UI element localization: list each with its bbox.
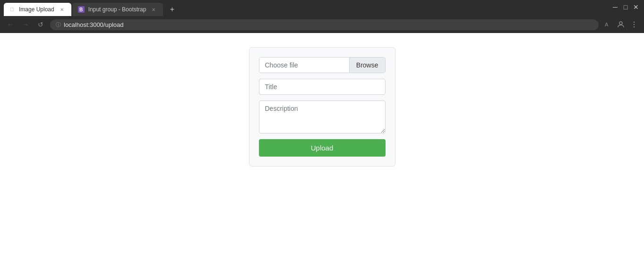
new-tab-button[interactable]: + bbox=[166, 3, 178, 16]
svg-point-2 bbox=[634, 22, 635, 23]
upload-card: Choose file Browse Upload bbox=[249, 47, 395, 167]
upload-button[interactable]: Upload bbox=[259, 139, 386, 157]
maximize-button[interactable]: □ bbox=[622, 4, 629, 10]
address-right-icons: A bbox=[602, 19, 639, 30]
file-input-group: Choose file Browse bbox=[259, 57, 386, 73]
browse-button[interactable]: Browse bbox=[349, 58, 385, 73]
tab-image-upload[interactable]: 🗋 Image Upload ✕ bbox=[4, 3, 71, 16]
back-button[interactable]: ← bbox=[5, 19, 16, 30]
file-placeholder: Choose file bbox=[259, 58, 349, 73]
window-controls: ─ □ ✕ bbox=[612, 4, 639, 10]
svg-point-1 bbox=[619, 22, 622, 25]
tab-bootstrap-label: Input group - Bootstrap bbox=[88, 6, 146, 13]
doc-icon: 🗋 bbox=[9, 6, 15, 13]
forward-button[interactable]: → bbox=[20, 19, 31, 30]
menu-icon[interactable] bbox=[629, 19, 639, 30]
svg-text:A: A bbox=[605, 22, 609, 27]
svg-point-4 bbox=[634, 26, 635, 27]
title-input[interactable] bbox=[259, 79, 386, 95]
lock-icon: ⓘ bbox=[56, 21, 61, 28]
address-bar: ← → ↺ ⓘ localhost:3000/upload A bbox=[0, 16, 644, 33]
tab-image-upload-label: Image Upload bbox=[19, 6, 54, 13]
translate-icon[interactable]: A bbox=[602, 19, 613, 30]
bootstrap-icon: B bbox=[78, 6, 85, 13]
tab-bar: 🗋 Image Upload ✕ B Input group - Bootstr… bbox=[0, 0, 644, 16]
close-button[interactable]: ✕ bbox=[633, 4, 639, 10]
account-icon[interactable] bbox=[616, 19, 626, 30]
description-textarea[interactable] bbox=[259, 100, 386, 133]
page-content: Choose file Browse Upload bbox=[0, 33, 644, 275]
url-bar[interactable]: ⓘ localhost:3000/upload bbox=[50, 19, 599, 30]
tab-image-upload-close[interactable]: ✕ bbox=[58, 6, 66, 13]
tab-bootstrap-close[interactable]: ✕ bbox=[150, 6, 157, 13]
tab-bootstrap[interactable]: B Input group - Bootstrap ✕ bbox=[72, 3, 163, 16]
reload-button[interactable]: ↺ bbox=[35, 19, 46, 30]
minimize-button[interactable]: ─ bbox=[612, 4, 618, 10]
url-text: localhost:3000/upload bbox=[64, 21, 124, 28]
svg-point-3 bbox=[634, 24, 635, 25]
